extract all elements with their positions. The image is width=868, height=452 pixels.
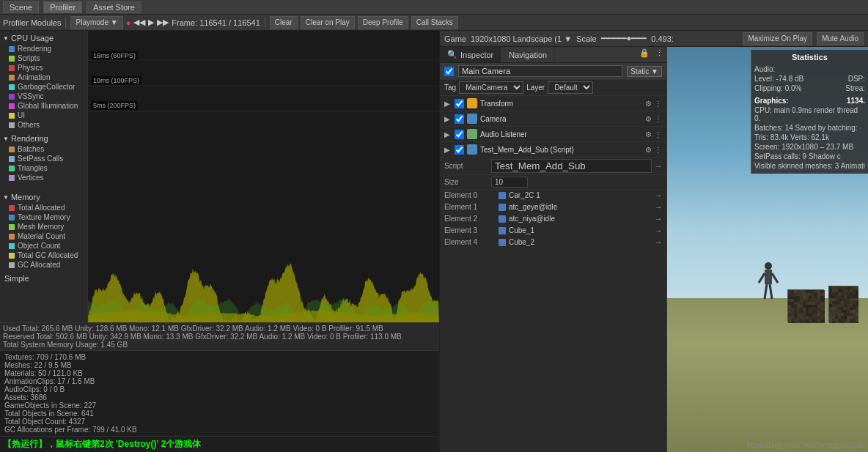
stat-textures: Textures: 709 / 170.6 MB — [4, 353, 435, 361]
size-input[interactable] — [491, 177, 528, 188]
obj-active-checkbox[interactable] — [444, 67, 454, 76]
element-row-3: Element 3 Cube_1 → — [440, 225, 666, 237]
layer-label: Layer — [526, 84, 545, 92]
element-link-0[interactable]: → — [655, 191, 662, 199]
sep2 — [265, 18, 265, 28]
sidebar-item-vssync[interactable]: VSSync — [0, 92, 87, 101]
sidebar-item-ui[interactable]: UI — [0, 111, 87, 120]
stat-object-count: Total Object Count: 4327 — [4, 418, 435, 426]
scale-value: 0.493: — [651, 34, 674, 43]
tab-inspector[interactable]: 🔍 Inspector — [440, 47, 501, 62]
asset-name-1[interactable]: atc_geye@idle — [509, 203, 557, 211]
stats-level: Level: -74.8 dB DSP: — [754, 74, 865, 84]
clear-btn[interactable]: Clear — [270, 16, 298, 29]
sidebar-item-rendering-setpass-calls[interactable]: SetPass Calls — [0, 154, 87, 163]
deep-profile-btn[interactable]: Deep Profile — [358, 16, 408, 29]
static-btn[interactable]: Static ▼ — [627, 66, 662, 77]
sidebar-item-memory-total-gc-allocated[interactable]: Total GC Allocated — [0, 251, 87, 260]
component-camera[interactable]: ▶ Camera ⚙ ⋮ — [440, 111, 666, 127]
sidebar-item-memory-mesh-memory[interactable]: Mesh Memory — [0, 222, 87, 231]
layer-dropdown[interactable]: Default — [548, 81, 593, 94]
playmode-btn[interactable]: Playmode ▼ — [70, 16, 122, 29]
info-line-3: Total System Memory Usage: 1.45 GB — [3, 341, 436, 349]
comp-active-0[interactable] — [455, 99, 464, 108]
sidebar-item-animation[interactable]: Animation — [0, 73, 87, 82]
sidebar-item-garbagecollector[interactable]: GarbageCollector — [0, 82, 87, 92]
comp-more-2[interactable]: ⋮ — [655, 130, 662, 138]
sidebar-item-memory-texture-memory[interactable]: Texture Memory — [0, 212, 87, 222]
comp-active-3[interactable] — [455, 145, 464, 155]
asset-name-2[interactable]: atc_niya@idle — [509, 215, 555, 223]
rendering-header[interactable]: ▼ Rendering — [0, 133, 87, 144]
stat-assets: Assets: 3686 — [4, 393, 435, 401]
sidebar-item-rendering-vertices[interactable]: Vertices — [0, 173, 87, 182]
inspector-lock-icon[interactable]: 🔒 — [636, 47, 652, 62]
mute-btn[interactable]: Mute Audio — [817, 32, 864, 45]
maximize-btn[interactable]: Maximize On Play — [743, 32, 812, 45]
sidebar-item-rendering-triangles[interactable]: Triangles — [0, 163, 87, 173]
component-script[interactable]: ▶ Test_Mem_Add_Sub (Script) ⚙ ⋮ — [440, 142, 666, 158]
sidebar-item-others[interactable]: Others — [0, 120, 87, 130]
comp-gear-0[interactable]: ⚙ — [645, 100, 652, 108]
comp-more-1[interactable]: ⋮ — [655, 115, 662, 123]
memory-section: ▼ Memory Total AllocatedTexture MemoryMe… — [0, 190, 87, 271]
step-back-icon[interactable]: ◀◀ — [133, 18, 145, 27]
asset-dot-2 — [499, 215, 506, 223]
sidebar-item-global-illumination[interactable]: Global Illumination — [0, 101, 87, 111]
sidebar-item-memory-object-count[interactable]: Object Count — [0, 241, 87, 251]
tab-asset-store[interactable]: Asset Store — [87, 1, 141, 13]
memory-header[interactable]: ▼ Memory — [0, 191, 87, 203]
sidebar-item-rendering[interactable]: Rendering — [0, 44, 87, 53]
comp-more-0[interactable]: ⋮ — [655, 100, 662, 108]
comp-more-3[interactable]: ⋮ — [655, 146, 662, 154]
sidebar-item-memory-total-allocated[interactable]: Total Allocated — [0, 203, 87, 212]
call-stacks-btn[interactable]: Call Stacks — [411, 16, 458, 29]
script-link-icon[interactable]: → — [655, 162, 662, 170]
element-link-4[interactable]: → — [655, 238, 662, 246]
asset-name-0[interactable]: Car_2C 1 — [509, 191, 540, 199]
rendering-section: ▼ Rendering BatchesSetPass CallsTriangle… — [0, 131, 87, 184]
comp-gear-1[interactable]: ⚙ — [645, 115, 652, 123]
asset-name-3[interactable]: Cube_1 — [509, 226, 534, 234]
scale-slider[interactable]: ━━━━━●━━━ — [601, 34, 647, 43]
sidebar-item-memory-material-count[interactable]: Material Count — [0, 231, 87, 241]
audio-label: Audio: — [754, 65, 775, 73]
cpu-usage-header[interactable]: ▼ CPU Usage — [0, 32, 87, 44]
stat-animation-clips: AnimationClips: 17 / 1.6 MB — [4, 377, 435, 385]
stats-visible: Visible skinned meshes: 3 Animati — [754, 161, 865, 171]
comp-active-2[interactable] — [455, 130, 464, 139]
profiler-graph[interactable]: 16ms (60FPS) 10ms (100FPS) 5ms (200FPS) — [88, 31, 439, 322]
comp-expand-icon: ▶ — [444, 115, 450, 123]
tab-navigation[interactable]: Navigation — [501, 47, 555, 62]
record-icon[interactable]: ● — [126, 18, 131, 27]
sidebar-item-physics[interactable]: Physics — [0, 63, 87, 73]
obj-name-input[interactable] — [458, 65, 622, 77]
clear-on-play-btn[interactable]: Clear on Play — [301, 16, 355, 29]
element-value-2: atc_niya@idle — [499, 215, 555, 223]
inspector-panel: 🔍 Inspector Navigation 🔒 ⋮ Static ▼ — [440, 47, 667, 452]
element-link-3[interactable]: → — [655, 226, 662, 234]
inspector-menu-icon[interactable]: ⋮ — [652, 47, 666, 62]
tag-dropdown[interactable]: MainCamera — [459, 81, 523, 94]
element-link-2[interactable]: → — [655, 215, 662, 223]
sidebar-item-rendering-batches[interactable]: Batches — [0, 144, 87, 154]
sidebar-item-memory-gc-allocated[interactable]: GC Allocated — [0, 260, 87, 270]
tab-scene[interactable]: Scene — [3, 1, 39, 13]
tab-profiler[interactable]: Profiler — [43, 1, 82, 13]
comp-active-1[interactable] — [455, 114, 464, 124]
batches-text: Batches: 14 Saved by batching: — [754, 124, 858, 132]
fps200-label: 5ms (200FPS) — [91, 101, 138, 110]
frame-label: Frame: 116541 / 116541 — [172, 18, 260, 27]
step-forward-icon[interactable]: ▶ — [148, 18, 154, 27]
comp-gear-3[interactable]: ⚙ — [645, 146, 652, 154]
element-link-1[interactable]: → — [655, 203, 662, 211]
sidebar-item-scripts[interactable]: Scripts — [0, 53, 87, 63]
asset-name-4[interactable]: Cube_2 — [509, 238, 534, 246]
step-next-icon[interactable]: ▶▶ — [157, 18, 169, 27]
comp-gear-2[interactable]: ⚙ — [645, 130, 652, 138]
component-audio[interactable]: ▶ Audio Listener ⚙ ⋮ — [440, 127, 666, 142]
graphics-label: Graphics: — [754, 97, 789, 105]
script-value-input[interactable] — [491, 159, 652, 173]
component-transform[interactable]: ▶ Transform ⚙ ⋮ — [440, 96, 666, 111]
resolution-selector[interactable]: 1920x1080 Landscape (1 ▼ — [471, 34, 572, 43]
